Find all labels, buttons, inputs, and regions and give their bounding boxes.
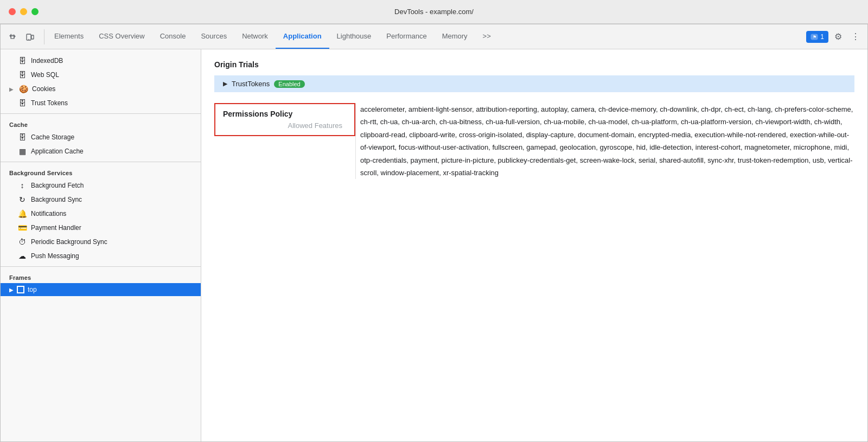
svg-rect-2 — [31, 35, 34, 39]
database-icon: 🗄 — [18, 71, 27, 79]
sidebar-item-bg-sync[interactable]: ↻ Background Sync — [1, 193, 201, 207]
arrow-icon: ▶ — [9, 287, 14, 293]
permissions-grid: Permissions Policy Allowed Features acce… — [214, 103, 854, 179]
sidebar-item-notifications[interactable]: 🔔 Notifications — [1, 207, 201, 221]
database-icon: 🗄 — [18, 133, 27, 142]
tab-memory[interactable]: Memory — [435, 24, 475, 49]
sidebar-section-bg-services: Background Services — [1, 165, 201, 178]
permissions-label-column: Permissions Policy Allowed Features — [214, 103, 355, 179]
sync-icon: ↻ — [18, 195, 27, 204]
maximize-button[interactable] — [31, 8, 39, 15]
sidebar-divider — [1, 113, 201, 114]
issues-count: 1 — [820, 33, 824, 41]
main-content: 🗄 IndexedDB 🗄 Web SQL ▶ 🍪 Cookies 🗄 Trus… — [1, 49, 867, 441]
window-controls — [9, 8, 39, 15]
sidebar-item-label: Background Fetch — [31, 182, 84, 189]
sidebar-item-indexeddb[interactable]: 🗄 IndexedDB — [1, 54, 201, 68]
tab-css-overview[interactable]: CSS Overview — [91, 24, 152, 49]
frame-icon — [17, 286, 24, 293]
titlebar: DevTools - example.com/ — [0, 0, 868, 24]
sidebar-item-periodic-bg-sync[interactable]: ⏱ Periodic Background Sync — [1, 235, 201, 249]
sidebar-item-label: Periodic Background Sync — [31, 238, 107, 246]
sidebar-item-label: Payment Handler — [31, 224, 81, 232]
permissions-policy-box: Permissions Policy Allowed Features — [214, 103, 355, 136]
sidebar-item-push-messaging[interactable]: ☁ Push Messaging — [1, 249, 201, 263]
database-icon: 🗄 — [18, 56, 27, 65]
sidebar: 🗄 IndexedDB 🗄 Web SQL ▶ 🍪 Cookies 🗄 Trus… — [1, 49, 201, 441]
sidebar-item-label: Application Cache — [31, 148, 84, 155]
devtools-toolbar: Elements CSS Overview Console Sources Ne… — [1, 24, 867, 49]
minimize-button[interactable] — [20, 8, 27, 15]
sidebar-item-label: IndexedDB — [31, 57, 63, 65]
sidebar-item-label: Web SQL — [31, 71, 59, 79]
enabled-badge: Enabled — [274, 80, 304, 88]
tab-sources[interactable]: Sources — [193, 24, 234, 49]
inspect-element-icon[interactable] — [5, 29, 20, 44]
trust-tokens-row[interactable]: ▶ TrustTokens Enabled — [214, 75, 854, 92]
sidebar-item-label: Cookies — [32, 85, 55, 93]
sidebar-divider-2 — [1, 162, 201, 162]
sidebar-item-payment-handler[interactable]: 💳 Payment Handler — [1, 221, 201, 235]
cloud-icon: ☁ — [18, 252, 27, 260]
allowed-features-values: accelerometer, ambient-light-sensor, att… — [355, 103, 854, 179]
bell-icon: 🔔 — [18, 209, 27, 218]
toolbar-right-actions: ⚑ 1 ⚙ ⋮ — [806, 29, 863, 44]
tab-network[interactable]: Network — [234, 24, 276, 49]
sidebar-item-top-frame[interactable]: ▶ top — [1, 283, 201, 296]
sidebar-item-label: Push Messaging — [31, 252, 79, 260]
issues-badge-button[interactable]: ⚑ 1 — [806, 31, 828, 43]
tab-lighthouse[interactable]: Lighthouse — [329, 24, 379, 49]
permissions-policy-heading: Permissions Policy — [223, 110, 347, 118]
sidebar-item-cookies[interactable]: ▶ 🍪 Cookies — [1, 82, 201, 96]
cookie-icon: 🍪 — [19, 85, 28, 93]
sidebar-item-label: Background Sync — [31, 196, 82, 203]
grid-icon: ▦ — [18, 147, 27, 156]
close-button[interactable] — [9, 8, 16, 15]
sidebar-item-label: top — [28, 286, 37, 293]
sidebar-section-cache: Cache — [1, 117, 201, 130]
tab-performance[interactable]: Performance — [379, 24, 434, 49]
content-panel: Origin Trials ▶ TrustTokens Enabled Perm… — [201, 49, 867, 441]
sidebar-divider-3 — [1, 266, 201, 267]
database-icon: 🗄 — [18, 99, 27, 107]
tab-more[interactable]: >> — [475, 24, 499, 49]
settings-icon[interactable]: ⚙ — [831, 29, 846, 44]
tab-elements[interactable]: Elements — [47, 24, 91, 49]
origin-trials-title: Origin Trials — [214, 60, 854, 69]
sidebar-item-label: Notifications — [31, 210, 66, 217]
fetch-icon: ↕ — [18, 181, 27, 190]
tabs-container: Elements CSS Overview Console Sources Ne… — [47, 24, 806, 49]
trust-token-name: TrustTokens — [232, 80, 270, 88]
sidebar-item-app-cache[interactable]: ▦ Application Cache — [1, 144, 201, 158]
device-toolbar-icon[interactable] — [22, 29, 37, 44]
permissions-policy-section: Permissions Policy Allowed Features acce… — [214, 103, 854, 179]
expand-arrow-icon: ▶ — [223, 80, 227, 87]
allowed-features-label: Allowed Features — [223, 121, 347, 130]
svg-point-3 — [28, 39, 29, 39]
sidebar-item-label: Cache Storage — [31, 133, 74, 141]
more-options-icon[interactable]: ⋮ — [848, 29, 863, 44]
sidebar-item-label: Trust Tokens — [31, 99, 68, 107]
sidebar-section-frames: Frames — [1, 270, 201, 283]
sidebar-item-bg-fetch[interactable]: ↕ Background Fetch — [1, 178, 201, 193]
window-title: DevTools - example.com/ — [394, 8, 474, 16]
tab-application[interactable]: Application — [276, 24, 329, 49]
arrow-icon: ▶ — [9, 86, 14, 92]
toolbar-icon-group — [5, 29, 44, 44]
sidebar-item-websql[interactable]: 🗄 Web SQL — [1, 68, 201, 82]
payment-icon: 💳 — [18, 223, 27, 232]
sidebar-item-cache-storage[interactable]: 🗄 Cache Storage — [1, 130, 201, 144]
clock-icon: ⏱ — [18, 238, 27, 246]
devtools-window: Elements CSS Overview Console Sources Ne… — [0, 24, 868, 442]
tab-console[interactable]: Console — [152, 24, 194, 49]
svg-text:⚑: ⚑ — [813, 35, 816, 40]
sidebar-item-trust-tokens[interactable]: 🗄 Trust Tokens — [1, 96, 201, 110]
